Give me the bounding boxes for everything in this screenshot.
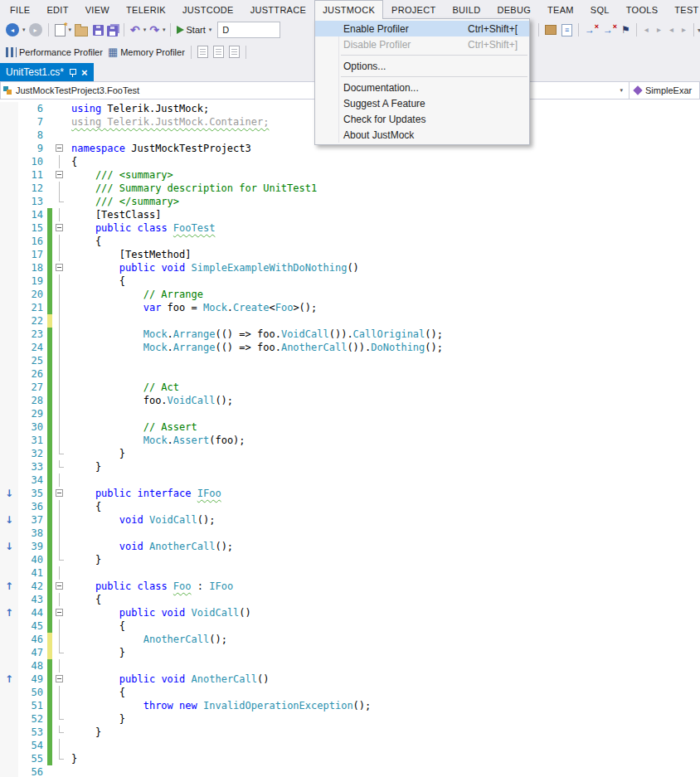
- redo-button[interactable]: ↷: [147, 21, 162, 39]
- close-tab-button[interactable]: ×: [81, 67, 88, 78]
- code-line[interactable]: 16 {: [0, 235, 700, 248]
- solution-config-combo[interactable]: D: [217, 22, 280, 38]
- menu-justtrace[interactable]: JUSTTRACE: [242, 0, 314, 19]
- code-line[interactable]: 50 {: [0, 686, 700, 699]
- types-dropdown-chevron[interactable]: ▾: [619, 87, 624, 94]
- fold-collapse-button[interactable]: [52, 221, 66, 235]
- code-line[interactable]: 25: [0, 354, 700, 367]
- code-line[interactable]: 46 AnotherCall();: [0, 633, 700, 646]
- code-line[interactable]: 12 /// Summary description for UnitTest1: [0, 182, 700, 195]
- menu-test[interactable]: TEST: [666, 0, 700, 19]
- menu-justcode[interactable]: JUSTCODE: [174, 0, 242, 19]
- fold-collapse-button[interactable]: [52, 606, 66, 619]
- menu-file[interactable]: FILE: [2, 0, 38, 19]
- menu-sql[interactable]: SQL: [582, 0, 618, 19]
- code-line[interactable]: 17 [TestMethod]: [0, 248, 700, 261]
- members-dropdown[interactable]: SimpleExar: [630, 82, 699, 99]
- menu-view[interactable]: VIEW: [77, 0, 118, 19]
- code-line[interactable]: 38: [0, 527, 700, 540]
- code-line[interactable]: ↑42 public class Foo : IFoo: [0, 580, 700, 593]
- menu-project[interactable]: PROJECT: [383, 0, 444, 19]
- save-button[interactable]: [90, 21, 106, 39]
- code-line[interactable]: 19 {: [0, 274, 700, 288]
- code-line[interactable]: 21 var foo = Mock.Create<Foo>();: [0, 301, 700, 314]
- navigation-arrow-up-icon[interactable]: ↑: [0, 580, 18, 593]
- code-line[interactable]: 41: [0, 566, 700, 580]
- code-line[interactable]: ↑44 public void VoidCall(): [0, 606, 700, 619]
- previous-bookmark-folder-button[interactable]: ◂: [665, 21, 678, 39]
- code-line[interactable]: 15 public class FooTest: [0, 221, 700, 235]
- next-bookmark-button[interactable]: ▸: [653, 21, 665, 39]
- menu-item-check-for-updates[interactable]: Check for Updates: [315, 111, 529, 127]
- menu-item-suggest-a-feature[interactable]: Suggest A Feature: [315, 95, 529, 111]
- code-line[interactable]: 33 }: [0, 460, 700, 473]
- code-line[interactable]: 24 Mock.Arrange(() => foo.AnotherCall())…: [0, 341, 700, 354]
- task-list-button[interactable]: ≡: [559, 21, 575, 39]
- code-line[interactable]: 26: [0, 367, 700, 381]
- memory-profiler-button[interactable]: ▦ Memory Profiler: [105, 43, 187, 61]
- new-file-button[interactable]: *: [52, 21, 68, 39]
- code-line[interactable]: 18 public void SimpleExampleWithDoNothin…: [0, 261, 700, 274]
- code-line[interactable]: 28 foo.VoidCall();: [0, 394, 700, 407]
- fold-collapse-button[interactable]: [52, 168, 66, 182]
- code-line[interactable]: 11 /// <summary>: [0, 168, 700, 182]
- code-line[interactable]: 55}: [0, 752, 700, 765]
- code-line[interactable]: 13 /// </summary>: [0, 195, 700, 208]
- menu-justmock[interactable]: JUSTMOCK: [314, 0, 383, 19]
- code-line[interactable]: 45 {: [0, 619, 700, 633]
- fold-collapse-button[interactable]: [52, 142, 66, 155]
- code-line[interactable]: 32 }: [0, 447, 700, 460]
- profiler-extra-button-1[interactable]: [195, 43, 211, 61]
- open-file-button[interactable]: [72, 21, 90, 39]
- code-line[interactable]: 40 }: [0, 553, 700, 566]
- menu-item-enable-profiler[interactable]: Enable ProfilerCtrl+Shift+[: [315, 21, 529, 36]
- undo-button[interactable]: ↶: [128, 21, 143, 39]
- code-line[interactable]: 52 }: [0, 712, 700, 726]
- code-line[interactable]: ↑49 public void AnotherCall(): [0, 673, 700, 686]
- pending-changes-button[interactable]: [542, 21, 559, 39]
- menu-tools[interactable]: TOOLS: [618, 0, 667, 19]
- code-line[interactable]: 29: [0, 407, 700, 420]
- history-back-x-button[interactable]: →×: [582, 21, 600, 39]
- pin-tab-button[interactable]: [69, 68, 76, 77]
- navigation-arrow-down-icon[interactable]: ↓: [0, 487, 18, 500]
- code-line[interactable]: ↓35 public interface IFoo: [0, 487, 700, 500]
- start-debug-button[interactable]: Start ▾: [174, 21, 216, 39]
- menu-telerik[interactable]: TELERIK: [118, 0, 174, 19]
- code-line[interactable]: ↓37 void VoidCall();: [0, 513, 700, 527]
- code-line[interactable]: 48: [0, 659, 700, 673]
- performance-profiler-button[interactable]: Performance Profiler: [3, 43, 105, 61]
- code-line[interactable]: 30 // Assert: [0, 420, 700, 434]
- code-line[interactable]: 51 throw new InvalidOperationException()…: [0, 699, 700, 712]
- menu-build[interactable]: BUILD: [444, 0, 489, 19]
- code-line[interactable]: 14 [TestClass]: [0, 208, 700, 221]
- menu-edit[interactable]: EDIT: [38, 0, 76, 19]
- menu-team[interactable]: TEAM: [539, 0, 582, 19]
- code-line[interactable]: 10{: [0, 155, 700, 168]
- fold-collapse-button[interactable]: [52, 487, 66, 500]
- menu-item-about-justmock[interactable]: About JustMock: [315, 127, 529, 143]
- history-forward-x-button[interactable]: →×: [600, 21, 619, 39]
- code-editor[interactable]: 6using Telerik.JustMock;7using Telerik.J…: [0, 100, 700, 777]
- navigation-arrow-up-icon[interactable]: ↑: [0, 606, 18, 619]
- code-line[interactable]: 43 {: [0, 593, 700, 606]
- navigate-forward-button[interactable]: ▸: [27, 21, 45, 39]
- tab-unittest1[interactable]: UnitTest1.cs* ×: [0, 63, 94, 81]
- fold-collapse-button[interactable]: [52, 261, 66, 274]
- navigation-arrow-down-icon[interactable]: ↓: [0, 513, 18, 527]
- code-line[interactable]: 54: [0, 739, 700, 752]
- save-all-button[interactable]: [106, 21, 120, 39]
- code-line[interactable]: 34: [0, 473, 700, 487]
- fold-collapse-button[interactable]: [52, 673, 66, 686]
- code-line[interactable]: 22: [0, 314, 700, 328]
- code-line[interactable]: 23 Mock.Arrange(() => foo.VoidCall()).Ca…: [0, 328, 700, 341]
- code-line[interactable]: 20 // Arrange: [0, 288, 700, 301]
- profiler-extra-button-2[interactable]: [211, 43, 226, 61]
- code-line[interactable]: 53 }: [0, 726, 700, 739]
- redo-dropdown[interactable]: ▾: [162, 27, 167, 33]
- navigate-backward-button[interactable]: ◂: [3, 21, 22, 39]
- previous-bookmark-button[interactable]: ◂: [640, 21, 653, 39]
- menu-item-documentation[interactable]: Documentation...: [315, 80, 529, 95]
- profiler-extra-button-3[interactable]: [226, 43, 242, 61]
- menu-debug[interactable]: DEBUG: [489, 0, 539, 19]
